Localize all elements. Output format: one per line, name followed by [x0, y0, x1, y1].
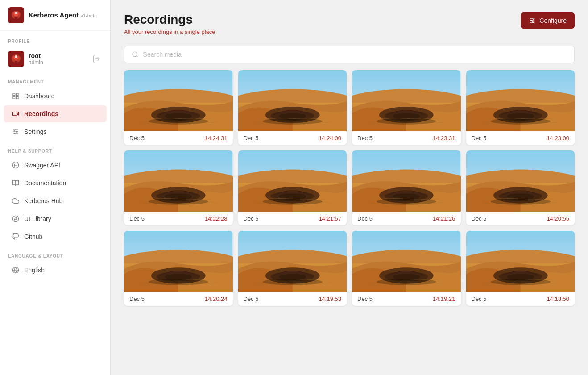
- recording-card[interactable]: Dec 5 14:18:50: [466, 231, 575, 306]
- sidebar-item-dashboard[interactable]: Dashboard: [4, 88, 107, 104]
- desert-scene-svg: [238, 231, 347, 292]
- sidebar-item-hub[interactable]: Kerberos Hub: [4, 192, 107, 209]
- svg-rect-13: [13, 96, 15, 99]
- recording-thumbnail: [238, 70, 347, 131]
- recording-info: Dec 5 14:23:00: [466, 131, 575, 145]
- desert-scene-svg: [352, 150, 461, 212]
- profile-section-label: PROFILE: [0, 31, 110, 46]
- sidebar-item-docs[interactable]: Documentation: [4, 175, 107, 192]
- configure-button[interactable]: Configure: [521, 12, 575, 29]
- recording-time: 14:20:55: [547, 215, 569, 222]
- desert-scene-svg: [124, 70, 233, 131]
- hub-label: Kerberos Hub: [24, 197, 62, 204]
- recording-date: Dec 5: [472, 215, 487, 222]
- recording-time: 14:22:28: [205, 215, 228, 222]
- recording-date: Dec 5: [129, 135, 145, 142]
- search-icon: [132, 51, 139, 58]
- recording-info: Dec 5 14:19:21: [352, 292, 461, 306]
- recording-date: Dec 5: [472, 296, 487, 302]
- recording-thumbnail: [124, 231, 233, 292]
- sliders-icon: [12, 128, 20, 136]
- sidebar-item-settings[interactable]: Settings: [4, 123, 107, 140]
- svg-point-36: [532, 22, 534, 23]
- svg-rect-14: [16, 96, 18, 99]
- language-label: English: [24, 267, 45, 274]
- svg-point-35: [530, 20, 532, 21]
- svg-line-38: [137, 56, 138, 57]
- sidebar-item-github[interactable]: Github: [4, 228, 107, 245]
- desert-scene-svg: [124, 150, 233, 212]
- compass-icon: [12, 215, 20, 223]
- recording-thumbnail: [466, 231, 575, 292]
- recording-card[interactable]: Dec 5 14:22:28: [124, 150, 233, 225]
- svg-point-34: [533, 18, 534, 20]
- recording-thumbnail: [352, 150, 461, 212]
- link-icon: [12, 161, 20, 169]
- app-logo-icon: [8, 7, 24, 23]
- desert-scene-svg: [352, 70, 461, 131]
- recording-card[interactable]: Dec 5 14:21:26: [352, 150, 461, 225]
- sidebar-item-ui[interactable]: UI Library: [4, 210, 107, 227]
- recording-time: 14:21:57: [319, 215, 341, 222]
- recording-date: Dec 5: [129, 296, 145, 302]
- svg-point-21: [16, 131, 17, 133]
- recording-card[interactable]: Dec 5 14:20:55: [466, 150, 575, 225]
- svg-point-20: [14, 129, 15, 131]
- recording-time: 14:23:31: [433, 135, 455, 142]
- recording-info: Dec 5 14:24:00: [238, 131, 347, 145]
- desert-scene-svg: [352, 231, 461, 292]
- recording-card[interactable]: Dec 5 14:24:31: [124, 70, 233, 145]
- github-label: Github: [24, 233, 42, 240]
- page-title-block: Recordings All your recordings in a sing…: [124, 12, 215, 35]
- github-icon: [12, 233, 20, 241]
- language-section-label: LANGUAGE & LAYOUT: [0, 246, 110, 261]
- recording-date: Dec 5: [357, 296, 373, 302]
- dashboard-label: Dashboard: [24, 92, 55, 100]
- profile-block: root admin: [0, 46, 110, 71]
- recording-thumbnail: [352, 231, 461, 292]
- recording-time: 14:20:24: [205, 296, 228, 302]
- svg-marker-28: [14, 217, 17, 220]
- desert-scene-svg: [466, 231, 575, 292]
- sidebar-item-swagger[interactable]: Swagger API: [4, 157, 107, 174]
- recording-time: 14:19:53: [319, 296, 341, 302]
- user-role: admin: [29, 59, 86, 66]
- recording-time: 14:23:00: [547, 135, 569, 142]
- recording-thumbnail: [466, 70, 575, 131]
- recording-info: Dec 5 14:20:55: [466, 212, 575, 225]
- recording-date: Dec 5: [244, 296, 259, 302]
- svg-point-37: [133, 52, 137, 56]
- desert-scene-svg: [124, 231, 233, 292]
- recording-date: Dec 5: [129, 215, 145, 222]
- recording-date: Dec 5: [244, 215, 259, 222]
- video-icon: [12, 110, 20, 118]
- recording-card[interactable]: Dec 5 14:21:57: [238, 150, 347, 225]
- page-title: Recordings: [124, 12, 215, 27]
- recording-card[interactable]: Dec 5 14:23:31: [352, 70, 461, 145]
- recording-thumbnail: [352, 70, 461, 131]
- management-section-label: MANAGEMENT: [0, 71, 110, 87]
- recording-card[interactable]: Dec 5 14:24:00: [238, 70, 347, 145]
- recording-thumbnail: [466, 150, 575, 212]
- recording-thumbnail: [124, 70, 233, 131]
- swagger-label: Swagger API: [24, 162, 60, 169]
- recordings-label: Recordings: [24, 110, 58, 117]
- sidebar-item-recordings[interactable]: Recordings: [4, 105, 107, 122]
- page-header: Recordings All your recordings in a sing…: [124, 12, 575, 35]
- app-name: Kerberos Agent: [29, 11, 79, 19]
- recording-info: Dec 5 14:20:24: [124, 292, 233, 306]
- cloud-icon: [12, 197, 20, 205]
- sidebar-item-language[interactable]: English: [4, 262, 107, 279]
- recordings-grid: Dec 5 14:24:31: [124, 70, 575, 306]
- recording-time: 14:18:50: [547, 296, 569, 302]
- recording-date: Dec 5: [357, 135, 373, 142]
- recording-card[interactable]: Dec 5 14:19:21: [352, 231, 461, 306]
- recording-card[interactable]: Dec 5 14:19:53: [238, 231, 347, 306]
- docs-label: Documentation: [24, 179, 66, 187]
- sidebar: Kerberos Agent v1-beta PROFILE root admi…: [0, 0, 111, 375]
- recording-card[interactable]: Dec 5 14:20:24: [124, 231, 233, 306]
- search-input[interactable]: [143, 51, 567, 58]
- recording-card[interactable]: Dec 5 14:23:00: [466, 70, 575, 145]
- recording-thumbnail: [238, 231, 347, 292]
- logout-button[interactable]: [91, 53, 102, 65]
